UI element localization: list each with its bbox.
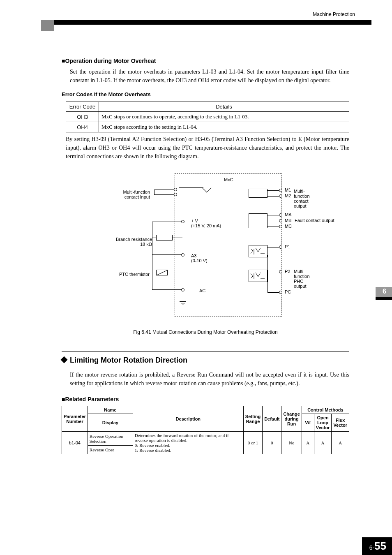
td-display: Reverse Oper [88,446,133,454]
wire-p1 [267,247,280,247]
td-name: Reverse Operation Selection [88,432,133,446]
gnd1 [180,301,186,302]
wire-m1 [267,190,280,191]
th-display: Display [88,414,133,432]
wire-m2 [267,196,280,197]
page-number-num: 55 [374,540,386,552]
lbl-ma: MA [285,212,292,217]
left-bus2 [152,222,152,290]
wire-top [179,187,203,188]
th-flux: Flux Vector [332,414,349,432]
gnd2 [181,303,185,303]
top-conn [152,222,182,222]
error-r2-details: MxC stops according to the setting in L1… [99,122,349,132]
term-p1 [279,245,282,249]
label-ac: AC [199,288,205,293]
error-codes-table: Error Code Details OH3 MxC stops or cont… [66,102,349,132]
wire-mb [267,221,280,221]
lbl-mfphc: Multi-function PHC output [294,269,314,289]
section2-subheading: ■Related Parameters [62,396,349,402]
section2-para: If the motor reverse rotation is prohibi… [70,370,349,388]
term-a3 [181,253,184,257]
lbl-mc: MC [285,224,292,229]
mid-conn [152,254,182,255]
td-vf: A [302,432,314,454]
wire-pc [267,292,280,293]
th-range: Setting Range [243,406,262,432]
error-r1-code: OH3 [66,112,99,122]
relay-m-box [249,189,267,198]
section1-para2: By setting H3-09 (Terminal A2 Function S… [66,135,349,161]
lbl-fault: Fault contact output [295,218,334,223]
td-olv: A [314,432,332,454]
phc1-box [249,245,267,257]
th-param-number: Parameter Number [62,406,88,432]
mfci-term2 [174,193,177,196]
lbl-pc: PC [285,289,291,294]
chapter-tab: 6 [376,287,392,307]
wire-ma [267,215,280,215]
td-flux: A [332,432,349,454]
res-wire-l [152,238,156,238]
figure-caption: Fig 6.41 Mutual Connections During Motor… [62,329,349,335]
label-mfci: Multi-function contact input [117,190,150,199]
label-vplus: + V (+15 V, 20 mA) [191,218,221,228]
diagram-title: MxC [224,177,233,182]
phc1-icon [249,245,268,258]
page-number: 6-55 [362,537,392,555]
td-default: 0 [263,432,281,454]
diamond-icon [61,356,68,363]
relay-fault-box [249,213,267,228]
phc-bus [267,255,268,292]
term-ac [181,288,184,291]
wire-p2 [267,272,280,272]
term-m1 [279,189,282,192]
parameters-table: Parameter Number Name Description Settin… [62,406,349,454]
error-r1-details: MxC stops or continues to operate, accor… [99,112,349,122]
content-area: ■Operation during Motor Overheat Set the… [62,58,349,454]
td-param: b1-04 [62,432,88,454]
label-a3: A3 (0-10 V) [191,253,208,263]
td-change: No [281,432,302,454]
section2-heading: Limiting Motor Rotation Direction [62,356,349,365]
term-p2 [279,270,282,273]
lbl-m2: M2 [285,193,291,198]
lbl-m1: M1 [285,187,291,192]
header-section: Machine Protection [313,12,355,17]
term-mc [279,225,282,228]
th-olv: Open Loop Vector [314,414,332,432]
label-branch: Branch resistance 18 kΩ [107,237,152,247]
section1-heading: ■Operation during Motor Overheat [62,58,349,64]
td-desc: Determines the forward rotation of the m… [133,432,243,454]
th-vf: V/f [302,414,314,432]
th-default: Default [263,406,281,432]
term-m2 [279,194,282,198]
error-th-details: Details [99,102,349,112]
th-description: Description [133,406,243,432]
bot-conn [152,289,182,290]
section-divider [62,352,349,352]
res-wire-r [173,238,182,238]
top-bar [41,20,371,25]
mfci-term1 [174,188,177,191]
section1-subheading: Error Codes If the Motor Overheats [62,91,349,97]
phc2-icon [249,270,268,282]
term-pc [279,291,282,294]
lbl-p2: P2 [285,269,290,274]
lbl-mfco: Multi-function contact output [294,189,314,208]
phc2-box [249,270,267,282]
term-ma [279,213,282,217]
wire-mc [267,227,280,227]
mfci-line-shape [154,190,175,194]
td-range: 0 or 1 [243,432,262,454]
resistor-box [156,235,173,240]
page-number-prefix: 6- [369,544,374,551]
section2-heading-text: Limiting Motor Rotation Direction [70,356,187,364]
error-r2-code: OH4 [66,122,99,132]
lbl-mb: MB [285,218,292,223]
gnd3 [182,305,184,305]
term-mb [279,219,282,222]
th-methods: Control Methods [302,406,349,414]
wiring-diagram: MxC Multi-function contact input + V (+1… [97,169,314,325]
top-bar-tab [41,20,54,31]
